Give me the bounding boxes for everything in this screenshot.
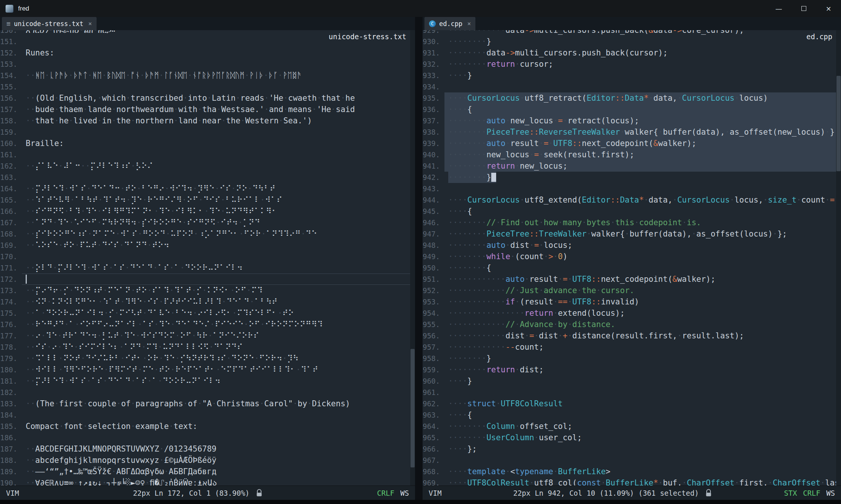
code-line[interactable]: 160.Braille: xyxy=(0,138,410,149)
code-line[interactable]: 938.········PieceTree::ReverseTreeWalker… xyxy=(423,126,836,138)
code-line[interactable]: 181.··⡍⠜⠇⠑⠹·⠺⠁⠎·⠁⠎·⠙⠑⠁⠙·⠁⠎·⠁·⠙⠕⠕⠗⠤⠝⠁⠊⠇⠲ xyxy=(0,375,410,387)
minimize-button[interactable]: — xyxy=(766,0,791,17)
right-scrollbar[interactable] xyxy=(836,30,841,486)
scrollbar-thumb[interactable] xyxy=(836,76,841,171)
tab-unicode-stress-txt[interactable]: ≡ unicode-stress.txt × xyxy=(2,17,97,30)
code-line[interactable]: 162.··⡌⠁⠧⠑·⠼⠁⠒··⡍⠜⠇⠑⠹⠰⠎·⡣⠕⠌ xyxy=(0,160,410,172)
code-line[interactable]: 943. xyxy=(423,183,836,194)
code-line[interactable]: 960.····} xyxy=(423,375,836,387)
right-editor[interactable]: ed.cpp 929.············data->multi_curso… xyxy=(423,30,841,486)
code-line[interactable]: 963.····{ xyxy=(423,409,836,421)
code-line[interactable]: 953.············if·(result·==·UTF8::inva… xyxy=(423,296,836,307)
code-line[interactable]: 936.····{ xyxy=(423,104,836,115)
code-line[interactable]: 152.Runes: xyxy=(0,47,410,58)
left-editor[interactable]: unicode-stress.txt 150.እግርህን·በፍራሽህ·ልክ·ዘር… xyxy=(0,30,415,486)
code-line[interactable]: 155. xyxy=(0,81,410,92)
code-line[interactable]: 158.··that·he·lived·in·the·northern·land… xyxy=(0,115,410,126)
code-line[interactable]: 930.········} xyxy=(423,36,836,47)
code-line[interactable]: 156.··(Old·English,·which·transcribed·in… xyxy=(0,92,410,104)
code-line[interactable]: 957.············--count; xyxy=(423,341,836,353)
code-line[interactable]: 167.··⠁⠝⠙·⠹⠑·⠡⠊⠑⠋·⠍⠳⠗⠝⠻⠲·⡎⠊⠗⠕⠕⠛⠑·⠎⠊⠛⠝⠫·⠊… xyxy=(0,217,410,228)
code-line[interactable]: 166.··⠎⠊⠛⠝⠫·⠃⠹·⠹⠑·⠊⠇⠻⠛⠹⠍⠁⠝⠂·⠹⠑·⠊⠇⠻⠅⠂·⠹⠑·… xyxy=(0,206,410,217)
code-line[interactable]: 159. xyxy=(0,126,410,138)
code-line[interactable]: 965.········UserColumn·user_col; xyxy=(423,432,836,443)
line-number: 163. xyxy=(0,172,22,183)
code-line[interactable]: 172. xyxy=(0,274,410,285)
tab-close-icon[interactable]: × xyxy=(467,20,471,27)
code-line[interactable]: 185.Compact·font·selection·example·text: xyxy=(0,421,410,432)
code-line[interactable]: 959.········return·dist; xyxy=(423,364,836,375)
code-line[interactable]: 961. xyxy=(423,387,836,398)
whitespace-dots: ·· xyxy=(26,229,35,238)
code-line[interactable]: 948.········auto·dist·=·locus; xyxy=(423,240,836,251)
pane-divider[interactable] xyxy=(415,17,423,500)
code-line[interactable]: 183.··(The·first·couple·of·paragraphs·of… xyxy=(0,398,410,409)
left-scrollbar[interactable] xyxy=(410,30,415,486)
code-line[interactable]: 940.········new_locus·=·seek(result.firs… xyxy=(423,149,836,160)
close-button[interactable]: × xyxy=(816,0,841,17)
code-line[interactable]: 176.··⠗⠑⠛⠜⠙·⠁·⠊⠕⠋⠋⠔⠤⠝⠁⠊⠇·⠁⠎·⠹⠑·⠙⠑⠁⠙⠑⠌·⠏⠊… xyxy=(0,319,410,330)
code-line[interactable]: 951.············auto·result·=·UTF8::next… xyxy=(423,274,836,285)
code-line[interactable]: 186. xyxy=(0,432,410,443)
code-line[interactable]: 184. xyxy=(0,409,410,421)
code-line[interactable]: 952.············//·Just·advance·the·curs… xyxy=(423,285,836,296)
code-line[interactable]: 178.··⠊⠎·⠔·⠹⠑·⠎⠊⠍⠊⠇⠑⠆·⠁⠝⠙·⠍⠹·⠥⠝⠙⠁⠇⠇⠪⠫·⠙⠁… xyxy=(0,341,410,353)
code-line[interactable]: 153. xyxy=(0,58,410,70)
code-line[interactable]: 169.··⠡⠕⠎⠑·⠞⠕·⠏⠥⠞·⠙⠊⠎·⠙⠁⠝⠙·⠞⠕⠲ xyxy=(0,240,410,251)
code-line[interactable]: 944.····CursorLocus·utf8_extend(Editor::… xyxy=(423,194,836,206)
code-line[interactable]: 165.··⠱⠁⠞⠑⠧⠻·⠁⠃⠳⠞·⠹⠁⠞⠲·⡹⠑·⠗⠑⠛⠊⠌⠻·⠕⠋·⠙⠊⠎·… xyxy=(0,194,410,206)
code-line[interactable]: 174.··⠪⠝·⠅⠝⠪⠇⠫⠛⠑⠂·⠱⠁⠞·⠹⠻⠑·⠊⠎·⠏⠜⠞⠊⠊⠥⠇⠜⠇⠹·… xyxy=(0,296,410,307)
code-line[interactable]: 188.··abcdefghijklmnopqrstuvwxyz·£©µÀÆÖÞ… xyxy=(0,455,410,466)
code-line[interactable]: 956.············dist·=·dist·+·distance(r… xyxy=(423,330,836,341)
code-line[interactable]: 171.··⡕⠇⠙·⡍⠜⠇⠑⠹·⠺⠁⠎·⠁⠎·⠙⠑⠁⠙·⠁⠎·⠁·⠙⠕⠕⠗⠤⠝⠁… xyxy=(0,262,410,274)
code-line[interactable]: 962.····struct·UTF8ColResult xyxy=(423,398,836,409)
code-line[interactable]: 187.··ABCDEFGHIJKLMNOPQRSTUVWXYZ·/012345… xyxy=(0,443,410,455)
code-line[interactable]: 939.········auto·result·=·UTF8::next_cod… xyxy=(423,138,836,149)
code-line[interactable]: 170. xyxy=(0,251,410,262)
code-line[interactable]: 950.········{ xyxy=(423,262,836,274)
cpp-file-icon: C xyxy=(429,20,436,27)
code-line[interactable]: 932.········return·cursor; xyxy=(423,58,836,70)
code-line[interactable]: 190.··∀∂∈ℝ∧∪≡∞·↑↗↨↻⇣·┐┼╔╘░►☺♀·ﬁ�⑀₂ἠḂӥẄɐː… xyxy=(0,477,410,486)
code-line[interactable]: 161. xyxy=(0,149,410,160)
code-line[interactable]: 168.··⡎⠊⠗⠕⠕⠛⠑⠰⠎·⠝⠁⠍⠑·⠺⠁⠎·⠛⠕⠕⠙·⠥⠏⠕⠝·⠰⡡⠁⠝⠛… xyxy=(0,228,410,240)
code-line[interactable]: 929.············data->multi_cursors.push… xyxy=(423,30,836,36)
code-line[interactable]: 933.····} xyxy=(423,70,836,81)
code-line[interactable]: 163. xyxy=(0,172,410,183)
whitespace-dots: · xyxy=(45,71,50,80)
code-line[interactable]: 942.········} xyxy=(423,172,836,183)
maximize-button[interactable] xyxy=(791,0,816,17)
code-line[interactable]: 175.··⠁·⠙⠕⠕⠗⠤⠝⠁⠊⠇⠲·⡊·⠍⠊⠣⠞·⠙⠁⠧⠑·⠃⠑⠲·⠔⠊⠇⠔⠫… xyxy=(0,307,410,319)
code-line[interactable]: 182. xyxy=(0,387,410,398)
code-line[interactable]: 935.····CursorLocus·utf8_retract(Editor:… xyxy=(423,92,836,104)
code-line[interactable]: 941.········return·new_locus; xyxy=(423,160,836,172)
code-line[interactable]: 958.········} xyxy=(423,353,836,364)
code-line[interactable]: 154.··ᚻᛖ·ᚳᚹᚫᚦ·ᚦᚫᛏ·ᚻᛖ·ᛒᚢᛞᛖ·ᚩᚾ·ᚦᚫᛗ·ᛚᚪᚾᛞᛖ·ᚾ… xyxy=(0,70,410,81)
code-line[interactable]: 931.········data->multi_cursors.push_bac… xyxy=(423,47,836,58)
code-line[interactable]: 947.········PieceTree::TreeWalker·walker… xyxy=(423,228,836,240)
code-line[interactable]: 180.··⠺⠊⠇⠇·⠹⠻⠑⠋⠕⠗⠑·⠏⠻⠍⠊⠞·⠍⠑·⠞⠕·⠗⠑⠏⠑⠁⠞⠂·⠑… xyxy=(0,364,410,375)
code-line[interactable]: 173.··⡍⠔⠙⠖·⡊·⠙⠕⠝⠰⠞·⠍⠑⠁⠝·⠞⠕·⠎⠁⠹·⠹⠁⠞·⡊·⠅⠝⠪… xyxy=(0,285,410,296)
code-line[interactable]: 964.········Column·offset_col; xyxy=(423,421,836,432)
code-line[interactable]: 157.··bude·thaem·lande·northweardum·with… xyxy=(0,104,410,115)
line-number: 153. xyxy=(0,58,22,70)
whitespace-dots: · xyxy=(239,229,244,238)
code-line[interactable]: 967. xyxy=(423,455,836,466)
tab-ed-cpp[interactable]: C ed.cpp × xyxy=(424,17,475,30)
code-line[interactable]: 177.··⠔·⠹⠑·⠞⠗⠁⠙⠑⠲·⡃⠥⠞·⠹⠑·⠺⠊⠎⠙⠕⠍·⠕⠋·⠳⠗·⠁⠝… xyxy=(0,330,410,341)
code-line[interactable]: 934. xyxy=(423,81,836,92)
code-line[interactable]: 946.········//·Find·out·how·many·bytes·t… xyxy=(423,217,836,228)
code-line[interactable]: 949.········while·(count·>·0) xyxy=(423,251,836,262)
code-line[interactable]: 966.····}; xyxy=(423,443,836,455)
scrollbar-thumb[interactable] xyxy=(411,349,415,467)
tab-close-icon[interactable]: × xyxy=(88,20,92,27)
code-line[interactable]: 179.··⠩⠁⠇⠇·⠝⠕⠞·⠙⠊⠌⠥⠗⠃·⠊⠞⠂·⠕⠗·⠹⠑·⡊⠳⠝⠞⠗⠹⠰⠎… xyxy=(0,353,410,364)
code-line[interactable]: 968.····template·<typename·BufferLike> xyxy=(423,466,836,477)
code-line[interactable]: 937.········auto·new_locus·=·retract(loc… xyxy=(423,115,836,126)
code-line[interactable]: 189.··–—‘“”„†•…‰™œŠŸž€·ΑΒΓΔΩαβγδω·АБВГДа… xyxy=(0,466,410,477)
code-line[interactable]: 954.················return·extend(locus)… xyxy=(423,307,836,319)
code-line[interactable]: 164.··⡍⠜⠇⠑⠹·⠺⠁⠎·⠙⠑⠁⠙⠒·⠞⠕·⠃⠑⠛⠔·⠺⠊⠹⠲·⡹⠻⠑·⠊… xyxy=(0,183,410,194)
code-line[interactable]: 945.····{ xyxy=(423,206,836,217)
code-line[interactable]: 969.····UTF8ColResult·utf8_col(const·Buf… xyxy=(423,477,836,486)
code-line[interactable]: 955.············//·Advance·by·distance. xyxy=(423,319,836,330)
